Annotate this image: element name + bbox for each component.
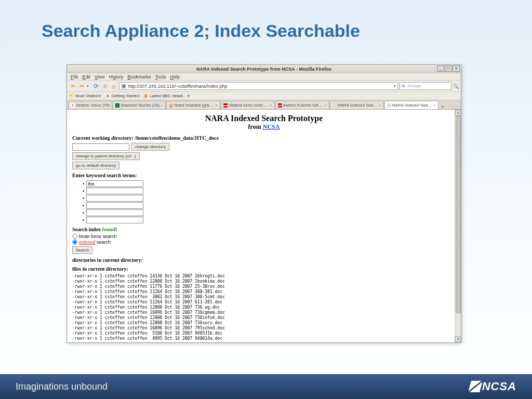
tab-label: NARA Indexed Searc... — [392, 103, 432, 108]
search-button[interactable]: Search — [72, 246, 92, 254]
search-term-input-5[interactable] — [86, 217, 143, 223]
bookmark-item[interactable]: 📁Most Visited▾ — [69, 94, 101, 99]
back-button[interactable]: ⬅ — [69, 83, 76, 90]
search-placeholder: Google — [408, 84, 449, 88]
tab-label: Zimbra: Inbox (78) — [76, 103, 110, 108]
search-bar[interactable]: G Google — [400, 82, 451, 90]
search-terms-list: •••••• — [83, 180, 456, 223]
forward-button[interactable]: ➡ — [78, 83, 85, 90]
search-term-input-2[interactable] — [86, 195, 143, 202]
search-term-input-3[interactable] — [86, 202, 143, 209]
search-icon[interactable]: 🔍 — [453, 84, 459, 89]
browser-tab[interactable]: NARA Indexed Searc...× — [384, 101, 438, 109]
tab-favicon: Z — [71, 103, 75, 108]
tab-label: Ashton Kutcher fulfil... — [283, 103, 323, 108]
google-icon: G — [402, 84, 407, 89]
indexed-label: indexed search — [79, 240, 111, 245]
home-button[interactable]: ⌂ — [110, 83, 117, 90]
menu-file[interactable]: File — [69, 74, 80, 79]
ncsa-logo: NCSA — [470, 380, 516, 393]
menu-edit[interactable]: Edit — [81, 74, 92, 79]
tab-close-icon[interactable]: × — [270, 103, 272, 108]
brute-force-radio[interactable] — [72, 234, 77, 239]
slide-title: Search Appliance 2; Index Searchable — [42, 21, 360, 41]
page-favicon: ▧ — [121, 84, 126, 89]
menu-view[interactable]: View — [93, 74, 106, 79]
reload-button[interactable]: ⟳ — [92, 83, 100, 90]
tab-close-icon[interactable]: × — [379, 103, 381, 108]
menubar: File Edit View History Bookmarks Tools H… — [67, 73, 461, 81]
file-listing: -rwxr-xr-x 1 csteffen csteffen 14336 Oct… — [72, 274, 456, 341]
tab-label: Slashdot Stories (20) — [121, 103, 159, 108]
footer-tagline: Imaginations unbound — [16, 381, 108, 392]
close-button[interactable]: × — [453, 65, 460, 72]
tab-close-icon[interactable]: × — [324, 103, 327, 108]
default-directory-button[interactable]: go to default directory — [72, 162, 119, 169]
bullet-icon: • — [83, 210, 84, 216]
window-title: NARA Indexed Search Prototype from NCSA … — [196, 66, 331, 72]
tab-favicon — [332, 103, 337, 108]
scroll-down-button[interactable]: ▾ — [455, 336, 461, 342]
menu-help[interactable]: Help — [168, 74, 181, 79]
bookmark-label: Latest BBC Headl... — [150, 94, 186, 98]
bookmark-label: Most Visited — [75, 94, 98, 98]
index-status: Search index found! — [72, 227, 456, 232]
maximize-button[interactable]: □ — [445, 65, 452, 72]
url-dropdown[interactable]: ▾ — [394, 84, 396, 88]
tab-close-icon[interactable]: × — [433, 103, 436, 108]
tab-favicon: /. — [115, 103, 119, 108]
bullet-icon: • — [83, 181, 84, 187]
tab-label: Obama turns contro... — [229, 103, 269, 108]
menu-tools[interactable]: Tools — [153, 74, 167, 79]
window-titlebar: NARA Indexed Search Prototype from NCSA … — [67, 65, 461, 73]
folder-icon: 📁 — [69, 94, 74, 99]
menu-history[interactable]: History — [107, 74, 125, 79]
url-text[interactable]: http://207.245.162.116/~csteffen/nara/in… — [128, 84, 392, 89]
cwd-label: Current working directory: /home/csteffe… — [72, 135, 456, 141]
bookmark-item[interactable]: ●Getting Started — [105, 94, 139, 99]
bullet-icon: • — [83, 218, 84, 223]
rss-icon: ▦ — [143, 94, 149, 99]
chevron-down-icon: ▾ — [188, 94, 190, 98]
url-bar[interactable]: ▧ http://207.245.162.116/~csteffen/nara/… — [119, 82, 398, 90]
enter-terms-label: Enter keyword search terms: — [72, 172, 456, 178]
browser-tab[interactable]: ZZimbra: Inbox (78) — [68, 101, 112, 109]
scroll-up-button[interactable]: ▴ — [455, 110, 461, 116]
scrollbar[interactable]: ▴ ▾ — [455, 110, 461, 342]
parent-directory-button[interactable]: change to parent directory (cd ..) — [72, 152, 140, 160]
directory-input[interactable] — [72, 143, 129, 151]
browser-tab[interactable]: cnnObama turns contro...× — [221, 101, 275, 109]
tabs-bar: ZZimbra: Inbox (78)/.Slashdot Stories (2… — [67, 100, 461, 110]
slide-footer: Imaginations unbound NCSA — [0, 374, 532, 399]
bookmark-item[interactable]: ▦Latest BBC Headl...▾ — [143, 94, 189, 99]
page-heading: NARA Indexed Search Prototype — [72, 114, 456, 123]
tab-favicon: ▦ — [169, 103, 173, 108]
search-term-input-1[interactable] — [86, 188, 143, 194]
nav-history-dropdown[interactable]: ▾ — [87, 84, 91, 88]
tab-favicon: cnn — [278, 103, 282, 108]
tabs-overflow-dropdown[interactable]: ▾ — [439, 105, 446, 109]
change-directory-button[interactable]: change directory — [131, 143, 169, 151]
bookmark-label: Getting Started — [111, 94, 139, 98]
page-content: NARA Indexed Search Prototype from NCSA … — [67, 110, 461, 342]
search-term-input-0[interactable] — [86, 180, 143, 187]
browser-tab[interactable]: NARA Indexed Searc...× — [330, 101, 384, 109]
tab-close-icon[interactable]: × — [161, 103, 163, 108]
tab-close-icon[interactable]: × — [215, 103, 218, 108]
brute-force-label: brute force search — [79, 234, 117, 239]
bullet-icon: • — [83, 203, 84, 208]
scroll-thumb[interactable] — [456, 116, 461, 313]
menu-bookmarks[interactable]: Bookmarks — [126, 74, 152, 79]
browser-tab[interactable]: /.Slashdot Stories (20)× — [113, 101, 165, 109]
indexed-radio[interactable] — [72, 240, 77, 245]
minimize-button[interactable]: _ — [437, 65, 444, 72]
tab-label: NARA Indexed Searc... — [338, 103, 378, 108]
browser-tab[interactable]: ▦Grant Imahara (gran...× — [166, 101, 220, 109]
browser-tab[interactable]: cnnAshton Kutcher fulfil...× — [275, 101, 329, 109]
tab-label: Grant Imahara (gran... — [174, 103, 214, 108]
search-term-input-4[interactable] — [86, 209, 143, 216]
bookmarks-bar: 📁Most Visited▾●Getting Started▦Latest BB… — [67, 92, 461, 100]
tab-favicon — [387, 103, 391, 108]
red-icon: ● — [105, 94, 110, 99]
ncsa-link[interactable]: NCSA — [263, 123, 280, 130]
